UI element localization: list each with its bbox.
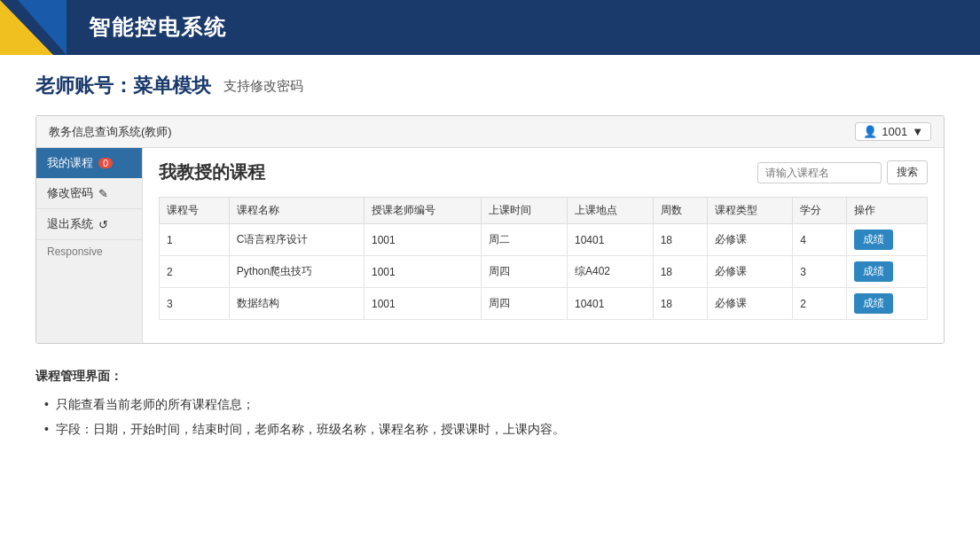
- ui-sidebar: 我的课程 0 修改密码 ✎ 退出系统 ↺ Responsive: [36, 148, 143, 343]
- table-action-cell: 成绩: [847, 256, 928, 288]
- table-cell: 3: [793, 256, 847, 288]
- logo-blue: [18, 0, 67, 55]
- table-cell: 3: [160, 288, 230, 320]
- table-row: 3数据结构1001周四1040118必修课2成绩: [160, 288, 928, 320]
- sidebar-logout-label: 退出系统: [47, 216, 93, 232]
- table-header-row: 课程号课程名称授课老师编号上课时间上课地点周数课程类型学分操作: [160, 198, 928, 224]
- sidebar-item-my-courses[interactable]: 我的课程 0: [36, 148, 142, 178]
- user-id-label: 1001: [882, 125, 907, 138]
- section-title-area: 老师账号：菜单模块 支持修改密码: [35, 73, 945, 99]
- grade-button[interactable]: 成绩: [854, 293, 893, 314]
- ui-panel: 教务信息查询系统(教师) 👤 1001 ▼ 我的课程 0 修改密码 ✎: [35, 115, 945, 344]
- sidebar-badge: 0: [98, 158, 113, 168]
- table-cell: 10401: [568, 288, 654, 320]
- table-cell: 必修课: [707, 288, 793, 320]
- table-cell: 周四: [482, 256, 568, 288]
- table-column-header: 课程类型: [707, 198, 793, 224]
- user-menu[interactable]: 👤 1001 ▼: [855, 122, 931, 141]
- description-item: 字段：日期，开始时间，结束时间，老师名称，班级名称，课程名称，授课课时，上课内容…: [44, 417, 945, 441]
- table-column-header: 课程名称: [229, 198, 364, 224]
- content-title: 我教授的课程: [159, 160, 265, 184]
- ui-topbar: 教务信息查询系统(教师) 👤 1001 ▼: [36, 116, 944, 148]
- table-column-header: 周数: [653, 198, 707, 224]
- edit-icon: ✎: [98, 187, 108, 200]
- search-button[interactable]: 搜索: [887, 160, 928, 184]
- table-cell: 周二: [482, 224, 568, 256]
- courses-table: 课程号课程名称授课老师编号上课时间上课地点周数课程类型学分操作 1C语言程序设计…: [159, 197, 928, 320]
- section-title-main: 老师账号：菜单模块: [35, 73, 211, 99]
- description-list: 只能查看当前老师的所有课程信息；字段：日期，开始时间，结束时间，老师名称，班级名…: [35, 392, 945, 441]
- sidebar-change-password-label: 修改密码: [47, 185, 93, 201]
- grade-button[interactable]: 成绩: [854, 261, 893, 282]
- table-cell: 数据结构: [229, 288, 364, 320]
- table-column-header: 学分: [793, 198, 847, 224]
- table-cell: 1001: [365, 256, 482, 288]
- table-cell: 2: [160, 256, 230, 288]
- table-cell: 必修课: [707, 224, 793, 256]
- table-column-header: 上课时间: [482, 198, 568, 224]
- table-cell: 18: [653, 288, 707, 320]
- table-cell: 10401: [568, 224, 654, 256]
- table-cell: 1: [160, 224, 230, 256]
- sidebar-my-courses-label: 我的课程: [47, 155, 93, 171]
- description-title: 课程管理界面：: [35, 363, 945, 388]
- logo: [0, 0, 80, 55]
- app-title: 智能控电系统: [89, 13, 227, 42]
- grade-button[interactable]: 成绩: [854, 230, 893, 250]
- table-cell: 必修课: [707, 256, 793, 288]
- app-header: 智能控电系统: [0, 0, 980, 55]
- main-content: 老师账号：菜单模块 支持修改密码 教务信息查询系统(教师) 👤 1001 ▼ 我…: [0, 55, 980, 459]
- table-header: 课程号课程名称授课老师编号上课时间上课地点周数课程类型学分操作: [160, 198, 928, 224]
- search-area: 搜索: [757, 160, 928, 184]
- table-cell: Python爬虫技巧: [229, 256, 364, 288]
- sidebar-item-change-password[interactable]: 修改密码 ✎: [36, 178, 142, 209]
- table-row: 1C语言程序设计1001周二1040118必修课4成绩: [160, 224, 928, 256]
- dropdown-icon: ▼: [912, 125, 923, 138]
- table-column-header: 授课老师编号: [365, 198, 482, 224]
- system-name-label: 教务信息查询系统(教师): [49, 124, 172, 140]
- ui-body: 我的课程 0 修改密码 ✎ 退出系统 ↺ Responsive 我教授的课程: [36, 148, 944, 343]
- sidebar-responsive-label: Responsive: [36, 240, 142, 260]
- table-cell: 18: [653, 224, 707, 256]
- table-cell: 1001: [365, 288, 482, 320]
- description-section: 课程管理界面： 只能查看当前老师的所有课程信息；字段：日期，开始时间，结束时间，…: [35, 363, 945, 441]
- table-cell: 1001: [365, 224, 482, 256]
- search-input[interactable]: [757, 162, 882, 183]
- table-cell: 18: [653, 256, 707, 288]
- logout-icon: ↺: [98, 218, 108, 231]
- ui-content: 我教授的课程 搜索 课程号课程名称授课老师编号上课时间上课地点周数课程类型学分操…: [143, 148, 944, 343]
- section-title-sub: 支持修改密码: [223, 78, 303, 95]
- table-column-header: 操作: [847, 198, 928, 224]
- table-cell: 综A402: [568, 256, 654, 288]
- table-cell: 2: [793, 288, 847, 320]
- table-cell: 4: [793, 224, 847, 256]
- table-action-cell: 成绩: [847, 224, 928, 256]
- description-item: 只能查看当前老师的所有课程信息；: [44, 392, 945, 417]
- table-cell: 周四: [482, 288, 568, 320]
- table-body: 1C语言程序设计1001周二1040118必修课4成绩2Python爬虫技巧10…: [160, 224, 928, 320]
- sidebar-item-logout[interactable]: 退出系统 ↺: [36, 209, 142, 240]
- user-icon: 👤: [863, 125, 877, 138]
- table-column-header: 上课地点: [568, 198, 654, 224]
- table-row: 2Python爬虫技巧1001周四综A40218必修课3成绩: [160, 256, 928, 288]
- table-cell: C语言程序设计: [229, 224, 364, 256]
- table-column-header: 课程号: [160, 198, 230, 224]
- table-action-cell: 成绩: [847, 288, 928, 320]
- content-header: 我教授的课程 搜索: [159, 160, 928, 184]
